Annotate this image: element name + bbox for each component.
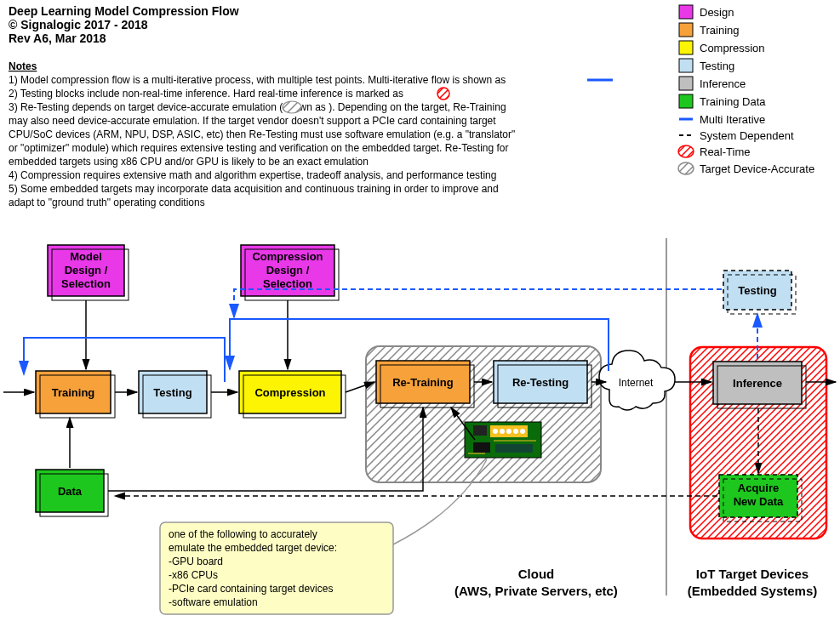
svg-rect-6 bbox=[679, 41, 693, 54]
copyright: © Signalogic 2017 - 2018 bbox=[9, 18, 148, 31]
note-4: 4) Compression requires extensive math a… bbox=[9, 169, 496, 181]
iot-testing-block: Testing bbox=[723, 271, 796, 314]
note-2: 2) Testing blocks include non-real-time … bbox=[9, 88, 403, 100]
svg-text:Internet: Internet bbox=[619, 377, 654, 389]
retesting-block: Re-Testing bbox=[494, 361, 591, 407]
cloud-region-label-2: (AWS, Private Servers, etc) bbox=[454, 584, 618, 598]
note-1: 1) Model compression flow is a multi-ite… bbox=[9, 74, 506, 86]
revision: Rev A6, Mar 2018 bbox=[9, 31, 106, 45]
legend: Design Training Compression Testing Infe… bbox=[678, 5, 814, 175]
target-accurate-sample-icon bbox=[283, 101, 301, 113]
note-3b: may also need device-accurate emulation.… bbox=[9, 115, 496, 127]
svg-text:Real-Time: Real-Time bbox=[700, 145, 750, 158]
svg-point-65 bbox=[500, 429, 505, 434]
svg-text:-software emulation: -software emulation bbox=[169, 596, 258, 608]
svg-rect-4 bbox=[679, 23, 693, 37]
compression-block: Compression bbox=[239, 371, 346, 418]
svg-text:Compression: Compression bbox=[252, 250, 323, 263]
model-design-block: Model Design / Selection bbox=[48, 245, 129, 300]
svg-text:-PCIe card containing target d: -PCIe card containing target devices bbox=[169, 583, 333, 595]
inference-block: Inference bbox=[713, 362, 806, 408]
svg-rect-8 bbox=[679, 59, 693, 72]
data-block: Data bbox=[36, 470, 108, 516]
svg-text:Compression: Compression bbox=[254, 386, 325, 399]
svg-text:Design: Design bbox=[700, 6, 734, 19]
svg-text:System Dependent: System Dependent bbox=[700, 129, 794, 142]
acquire-data-block: Acquire New Data bbox=[719, 475, 802, 521]
svg-text:Compression: Compression bbox=[700, 42, 765, 54]
svg-text:Re-Testing: Re-Testing bbox=[512, 376, 569, 389]
note-3d: or "optimizer" module) which requires ex… bbox=[9, 142, 508, 154]
svg-rect-69 bbox=[473, 442, 490, 453]
svg-text:Model: Model bbox=[70, 250, 102, 263]
svg-rect-10 bbox=[679, 77, 693, 90]
svg-point-67 bbox=[513, 429, 518, 434]
svg-text:Training: Training bbox=[52, 386, 95, 399]
svg-point-20 bbox=[678, 162, 694, 174]
svg-text:Multi Iterative: Multi Iterative bbox=[700, 113, 765, 126]
svg-text:one of the following to accura: one of the following to accurately bbox=[169, 528, 317, 540]
svg-point-18 bbox=[678, 145, 694, 157]
notes-heading: Notes bbox=[9, 60, 37, 72]
cloud-region-label-1: Cloud bbox=[518, 567, 555, 581]
svg-text:Testing: Testing bbox=[738, 284, 776, 297]
svg-text:Design /: Design / bbox=[65, 264, 108, 276]
svg-point-66 bbox=[506, 429, 511, 434]
note-3c: CPU/SoC devices (ARM, NPU, DSP, ASIC, et… bbox=[9, 128, 515, 140]
svg-rect-62 bbox=[473, 425, 487, 436]
svg-text:Re-Training: Re-Training bbox=[392, 376, 454, 389]
svg-text:Design /: Design / bbox=[266, 264, 310, 276]
svg-text:Acquire: Acquire bbox=[738, 482, 779, 494]
page-title: Deep Learning Model Compression Flow bbox=[9, 4, 239, 18]
iot-region-label-2: (Embedded Systems) bbox=[688, 584, 818, 598]
svg-text:Selection: Selection bbox=[263, 277, 312, 290]
svg-rect-12 bbox=[679, 94, 693, 108]
svg-point-68 bbox=[520, 429, 525, 434]
svg-text:Testing: Testing bbox=[153, 386, 191, 399]
retraining-block: Re-Training bbox=[376, 361, 474, 407]
svg-rect-70 bbox=[495, 444, 533, 453]
svg-text:Data: Data bbox=[58, 485, 83, 498]
internet-cloud-icon: Internet bbox=[599, 350, 675, 410]
svg-text:Target Device-Accurate: Target Device-Accurate bbox=[700, 162, 814, 175]
svg-text:Selection: Selection bbox=[61, 277, 111, 290]
compression-design-block: Compression Design / Selection bbox=[241, 245, 339, 300]
note-5: 5) Some embedded targets may incorporate… bbox=[9, 183, 499, 195]
svg-text:-x86 CPUs: -x86 CPUs bbox=[169, 569, 218, 581]
training-block: Training bbox=[36, 371, 115, 418]
svg-point-64 bbox=[493, 429, 498, 434]
svg-text:Inference: Inference bbox=[700, 77, 746, 90]
realtime-sample-icon bbox=[437, 88, 449, 100]
note-3: 3) Re-Testing depends on target device-a… bbox=[9, 101, 506, 113]
svg-text:emulate the embedded target de: emulate the embedded target device: bbox=[169, 542, 337, 554]
svg-text:Testing: Testing bbox=[700, 60, 734, 72]
note-3e: embedded targets using x86 CPU and/or GP… bbox=[9, 156, 369, 168]
svg-text:Inference: Inference bbox=[733, 377, 782, 390]
note-5b: adapt to "ground truth" operating condit… bbox=[9, 197, 205, 208]
svg-text:New Data: New Data bbox=[734, 495, 784, 508]
svg-text:-GPU board: -GPU board bbox=[169, 556, 223, 567]
svg-rect-2 bbox=[679, 5, 693, 19]
iot-region-label-1: IoT Target Devices bbox=[696, 567, 809, 581]
svg-text:Training: Training bbox=[700, 24, 739, 37]
pcb-board-icon bbox=[465, 422, 541, 458]
svg-text:Training Data: Training Data bbox=[700, 95, 766, 108]
testing-block: Testing bbox=[139, 371, 211, 418]
